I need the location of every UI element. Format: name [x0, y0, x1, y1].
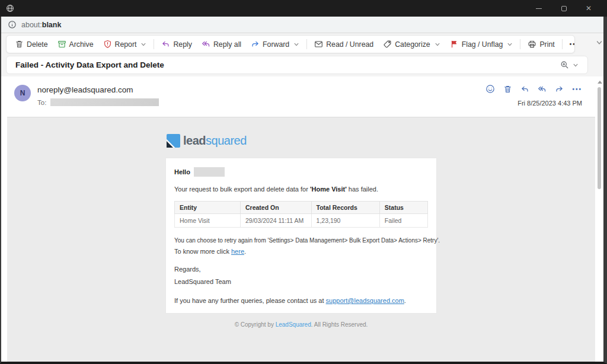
cell-status: Failed	[379, 214, 427, 228]
greeting: Hello	[174, 167, 428, 177]
cell-total-records: 1,23,190	[311, 214, 379, 228]
scrollbar-thumb[interactable]	[598, 87, 601, 189]
cell-created-on: 29/03/2024 11:11 AM	[241, 214, 312, 228]
flag-unflag-label: Flag / Unflag	[462, 40, 503, 49]
to-label: To:	[37, 99, 46, 106]
delete-message-icon[interactable]	[503, 85, 512, 94]
window-controls: ✕	[526, 0, 601, 17]
categorize-chevron-icon[interactable]	[435, 41, 440, 47]
report-button[interactable]: Report	[98, 36, 152, 53]
categorize-button[interactable]: Categorize	[378, 36, 445, 53]
retry-instructions: You can choose to retry again from 'Sett…	[174, 237, 428, 244]
maximize-icon	[561, 6, 567, 11]
emoji-reaction-icon[interactable]	[485, 84, 495, 94]
forward-icon	[251, 40, 260, 49]
reply-label: Reply	[173, 40, 191, 49]
envelope-icon	[314, 40, 323, 49]
recipient-row: To:	[37, 98, 159, 106]
email-content-card: Hello Your request to bulk export and de…	[165, 158, 437, 314]
url-text[interactable]: about:blank	[21, 21, 61, 29]
delete-label: Delete	[27, 40, 48, 49]
delete-button[interactable]: Delete	[10, 36, 53, 53]
more-actions-button[interactable]: •••	[565, 36, 575, 53]
flag-unflag-button[interactable]: Flag / Unflag	[445, 36, 518, 53]
ellipsis-icon: •••	[570, 41, 575, 47]
reply-all-button[interactable]: Reply all	[197, 36, 246, 53]
support-line: If you have any further queries, please …	[174, 297, 428, 304]
col-status: Status	[379, 202, 427, 214]
archive-button[interactable]: Archive	[53, 36, 98, 53]
table-row: Home Visit 29/03/2024 11:11 AM 1,23,190 …	[175, 214, 428, 228]
zoom-chevron-icon	[573, 62, 579, 68]
message-header: N noreply@leadsquared.com To:	[1, 76, 603, 117]
table-header-row: Entity Created On Total Records Status	[175, 202, 428, 214]
browser-content-frame: about:blank Delete Archive Report	[0, 17, 607, 364]
subject-bar: Failed - Activity Data Export and Delete	[6, 56, 588, 74]
support-email-link[interactable]: support@leadsquared.com	[326, 297, 404, 304]
regards-text: Regards,	[174, 266, 428, 273]
vertical-scrollbar	[597, 78, 602, 360]
printer-icon	[528, 40, 536, 49]
col-created-on: Created On	[241, 202, 312, 214]
archive-icon	[57, 40, 66, 49]
sender-email[interactable]: noreply@leadsquared.com	[37, 85, 133, 94]
reply-message-icon[interactable]	[520, 85, 529, 94]
message-action-icons: •••	[485, 84, 582, 94]
reply-icon	[161, 40, 170, 49]
archive-label: Archive	[69, 40, 94, 49]
know-more-link[interactable]: here	[231, 248, 244, 255]
read-unread-button[interactable]: Read / Unread	[309, 36, 378, 53]
recipient-redacted	[50, 98, 159, 106]
leadsquared-logo: leadsquared	[167, 134, 437, 148]
close-icon: ✕	[586, 4, 592, 12]
copyright-footer: © Copyright by LeadSquared. All Rights R…	[165, 321, 437, 328]
report-chevron-icon[interactable]	[140, 41, 146, 47]
reply-all-message-icon[interactable]	[538, 85, 547, 94]
tag-icon	[383, 40, 392, 49]
team-signature: LeadSquared Team	[174, 278, 428, 285]
flag-chevron-icon[interactable]	[507, 41, 513, 47]
reply-button[interactable]: Reply	[156, 36, 196, 53]
email-body: leadsquared Hello Your request to bulk e…	[7, 117, 595, 362]
maximize-button[interactable]	[551, 0, 576, 17]
recipient-name-redacted	[194, 167, 225, 177]
footer-brand: LeadSquared	[276, 321, 311, 328]
print-button[interactable]: Print	[523, 36, 559, 53]
export-status-table: Entity Created On Total Records Status H…	[174, 201, 428, 228]
read-unread-label: Read / Unread	[326, 40, 373, 49]
toolbar-separator	[154, 39, 154, 49]
toolbar-separator	[562, 39, 563, 49]
zoom-control[interactable]	[560, 60, 579, 69]
toolbar-separator	[306, 39, 307, 49]
report-shield-icon	[103, 40, 112, 49]
print-label: Print	[539, 40, 554, 49]
forward-label: Forward	[263, 40, 289, 49]
forward-chevron-icon[interactable]	[293, 41, 299, 47]
leadsquared-logo-icon	[167, 134, 180, 148]
browser-window: ✕ about:blank Delete	[0, 0, 607, 364]
email-subject: Failed - Activity Data Export and Delete	[15, 60, 164, 69]
scrollbar-up-arrow[interactable]	[598, 81, 602, 84]
reply-all-icon	[202, 40, 210, 49]
forward-button[interactable]: Forward	[246, 36, 304, 53]
page-info-icon[interactable]	[8, 21, 16, 28]
toolbar-overflow-chevron-icon[interactable]	[596, 39, 603, 46]
title-bar: ✕	[0, 0, 607, 17]
trash-icon	[15, 40, 24, 49]
know-more-line: To know more click here.	[174, 248, 428, 255]
forward-message-icon[interactable]	[555, 85, 564, 94]
col-entity: Entity	[175, 202, 241, 214]
flag-icon	[450, 40, 459, 49]
mail-toolbar: Delete Archive Report	[6, 35, 575, 53]
cell-entity: Home Visit	[175, 214, 241, 228]
leadsquared-logo-text: leadsquared	[183, 134, 247, 148]
sender-avatar[interactable]: N	[14, 85, 31, 101]
minimize-button[interactable]	[526, 0, 551, 17]
more-message-actions-icon[interactable]: •••	[572, 86, 582, 92]
intro-text: Your request to bulk export and delete d…	[174, 186, 428, 193]
minimize-icon	[536, 8, 542, 9]
col-total-records: Total Records	[311, 202, 379, 214]
globe-icon	[6, 4, 14, 12]
message-pane: N noreply@leadsquared.com To:	[1, 76, 603, 362]
close-button[interactable]: ✕	[576, 0, 601, 17]
